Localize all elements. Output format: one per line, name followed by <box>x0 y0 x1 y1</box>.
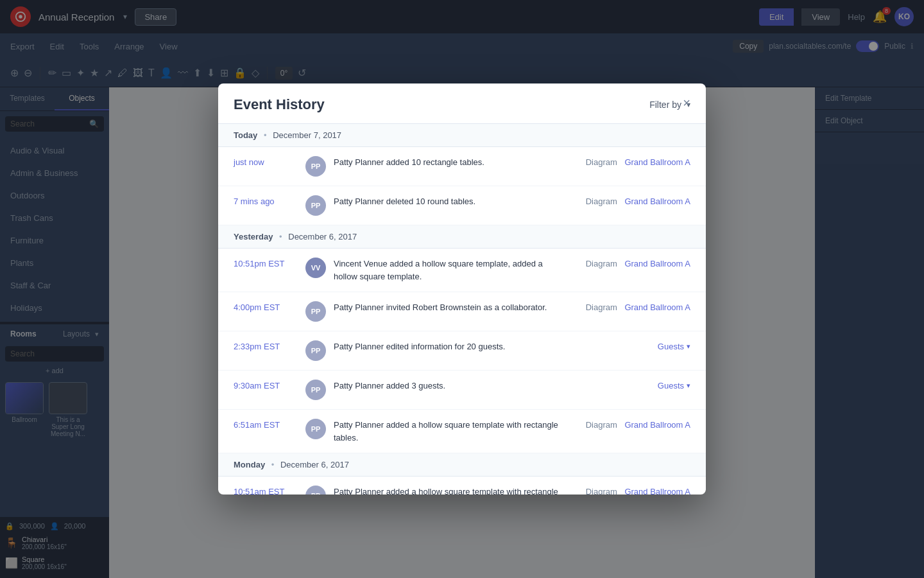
location-link[interactable]: Grand Ballroom A <box>624 197 690 206</box>
event-time: 9:30am EST <box>234 380 298 390</box>
event-history-modal: Event History Filter by ▾ × Today • Dece… <box>218 83 706 495</box>
event-avatar: VV <box>305 258 326 278</box>
location-link[interactable]: Grand Ballroom A <box>624 259 690 268</box>
event-avatar: PP <box>305 340 326 361</box>
event-description: Patty Planner added a hollow square temp… <box>334 486 567 495</box>
event-avatar: PP <box>305 380 326 400</box>
location-link[interactable]: Grand Ballroom A <box>624 302 690 312</box>
event-description: Patty Planner added 10 rectangle tables. <box>334 156 567 169</box>
modal-title: Event History <box>234 96 325 113</box>
event-avatar: PP <box>305 486 326 495</box>
event-time: 4:00pm EST <box>234 301 298 312</box>
date-group-header-2: Monday • December 6, 2017 <box>218 453 706 477</box>
close-button[interactable]: × <box>678 94 696 112</box>
event-avatar: PP <box>305 419 326 439</box>
event-row: just nowPPPatty Planner added 10 rectang… <box>218 147 706 186</box>
event-location: Diagram Grand Ballroom A <box>575 301 690 312</box>
event-description: Vincent Venue added a hollow square temp… <box>334 258 567 283</box>
event-time: 10:51pm EST <box>234 258 298 268</box>
event-row: 2:33pm ESTPPPatty Planner edited informa… <box>218 331 706 371</box>
event-time: 2:33pm EST <box>234 340 298 351</box>
event-row: 9:30am ESTPPPatty Planner added 3 guests… <box>218 371 706 410</box>
expand-arrow-icon: ▾ <box>687 342 690 351</box>
event-description: Patty Planner edited information for 20 … <box>334 340 619 353</box>
location-prefix: Diagram <box>586 420 617 430</box>
location-link[interactable]: Grand Ballroom A <box>624 420 690 430</box>
event-row: 6:51am ESTPPPatty Planner added a hollow… <box>218 410 706 453</box>
event-row: 7 mins agoPPPatty Planner deleted 10 rou… <box>218 186 706 225</box>
filter-label: Filter by <box>649 100 681 110</box>
event-location: Diagram Grand Ballroom A <box>575 486 690 495</box>
location-prefix: Diagram <box>586 197 617 206</box>
event-location: Diagram Grand Ballroom A <box>575 258 690 268</box>
modal-body: Today • December 7, 2017just nowPPPatty … <box>218 124 706 495</box>
event-description: Patty Planner added 3 guests. <box>334 380 619 392</box>
event-location: Diagram Grand Ballroom A <box>575 156 690 167</box>
date-group-header-1: Yesterday • December 6, 2017 <box>218 225 706 249</box>
event-time: just now <box>234 156 298 167</box>
event-avatar: PP <box>305 156 326 177</box>
expand-arrow-icon: ▾ <box>687 381 690 390</box>
location-prefix: Diagram <box>586 302 617 312</box>
location-link[interactable]: Grand Ballroom A <box>624 157 690 167</box>
event-avatar: PP <box>305 195 326 216</box>
event-location: Diagram Grand Ballroom A <box>575 195 690 206</box>
location-prefix: Diagram <box>586 259 617 268</box>
location-prefix: Diagram <box>586 487 617 495</box>
event-time: 7 mins ago <box>234 195 298 206</box>
location-link[interactable]: Grand Ballroom A <box>624 487 690 495</box>
modal-header: Event History Filter by ▾ × <box>218 83 706 124</box>
event-row: 4:00pm ESTPPPatty Planner invited Robert… <box>218 292 706 331</box>
modal-overlay: Event History Filter by ▾ × Today • Dece… <box>0 0 924 578</box>
event-avatar: PP <box>305 301 326 322</box>
event-expand[interactable]: Guests ▾ <box>626 380 690 390</box>
location-prefix: Diagram <box>586 157 617 167</box>
date-group-header-0: Today • December 7, 2017 <box>218 124 706 147</box>
event-time: 6:51am EST <box>234 419 298 430</box>
event-location: Diagram Grand Ballroom A <box>575 419 690 430</box>
event-description: Patty Planner invited Robert Brownstein … <box>334 301 567 314</box>
expand-link[interactable]: Guests <box>658 342 684 351</box>
event-row: 10:51am ESTPPPatty Planner added a hollo… <box>218 477 706 495</box>
event-description: Patty Planner added a hollow square temp… <box>334 419 567 444</box>
event-row: 10:51pm ESTVVVincent Venue added a hollo… <box>218 249 706 292</box>
event-time: 10:51am EST <box>234 486 298 495</box>
event-description: Patty Planner deleted 10 round tables. <box>334 195 567 208</box>
event-expand[interactable]: Guests ▾ <box>626 340 690 351</box>
expand-link[interactable]: Guests <box>658 381 684 390</box>
